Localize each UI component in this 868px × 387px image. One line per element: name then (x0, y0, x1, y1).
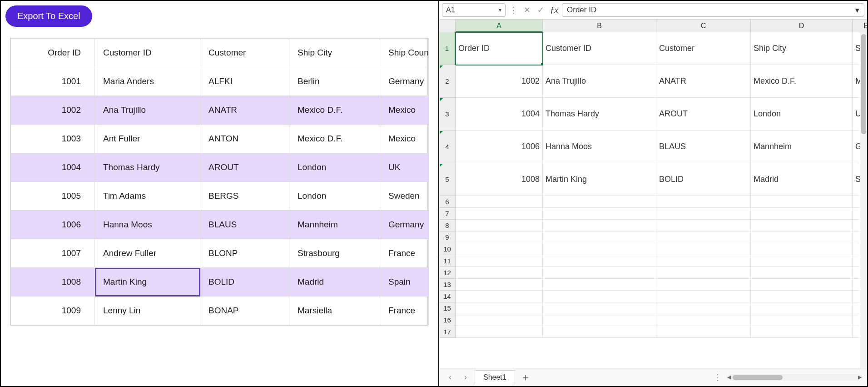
cell[interactable]: Sweden (380, 182, 429, 211)
cell[interactable]: UK (380, 153, 429, 182)
cell[interactable]: 1002 (456, 65, 543, 98)
scrollbar-thumb[interactable] (861, 34, 866, 134)
cell[interactable]: 1005 (11, 182, 95, 211)
cell[interactable]: ANTON (200, 125, 289, 153)
scroll-left-icon[interactable]: ◀ (727, 374, 731, 380)
table-row[interactable]: 1008Martin KingBOLIDMadridSpain (11, 268, 429, 297)
cell[interactable] (656, 231, 751, 243)
cell[interactable] (543, 314, 656, 326)
cell[interactable]: Mannheim (289, 211, 380, 239)
row-header[interactable]: 10 (439, 243, 456, 255)
cell[interactable] (656, 302, 751, 314)
cell[interactable]: Mexico D.F. (289, 96, 380, 125)
row-header[interactable]: 1 (439, 32, 456, 65)
cell[interactable] (751, 196, 853, 208)
column-header[interactable]: D (751, 20, 853, 32)
chevron-down-icon[interactable]: ▾ (855, 5, 859, 15)
cell[interactable]: Thomas Hardy (543, 98, 656, 131)
cell[interactable]: Tim Adams (95, 182, 200, 211)
row-header[interactable]: 6 (439, 196, 456, 208)
row-header[interactable]: 2 (439, 65, 456, 98)
cell[interactable]: AROUT (656, 98, 751, 131)
cell[interactable] (543, 326, 656, 338)
cell[interactable]: Marsiella (289, 297, 380, 325)
cell[interactable] (751, 302, 853, 314)
cell[interactable]: Andrew Fuller (95, 239, 200, 268)
cell[interactable]: Germany (380, 67, 429, 96)
table-row[interactable]: 1002Ana TrujilloANATRMexico D.F.Mexico (11, 96, 429, 125)
sheet-tab[interactable]: Sheet1 (475, 370, 515, 384)
horizontal-scrollbar[interactable]: ◀ ▶ (726, 374, 863, 381)
cell[interactable]: London (289, 153, 380, 182)
cell[interactable] (543, 220, 656, 231)
cell[interactable]: Mexico (380, 96, 429, 125)
select-all-corner[interactable] (439, 20, 456, 32)
cell[interactable]: Strasbourg (289, 239, 380, 268)
row-header[interactable]: 15 (439, 302, 456, 314)
row-header[interactable]: 9 (439, 231, 456, 243)
cell[interactable] (751, 208, 853, 220)
cell[interactable] (656, 243, 751, 255)
cell[interactable]: 1004 (456, 98, 543, 131)
column-header[interactable]: C (656, 20, 751, 32)
prev-sheet-icon[interactable]: ‹ (444, 372, 456, 382)
row-header[interactable]: 11 (439, 255, 456, 267)
cancel-icon[interactable]: ✕ (521, 5, 533, 15)
table-row[interactable]: 1001Maria AndersALFKIBerlinGermany (11, 67, 429, 96)
cell[interactable]: Spain (380, 268, 429, 297)
cell[interactable]: BOLID (656, 163, 751, 196)
cell[interactable] (456, 302, 543, 314)
cell[interactable]: Hanna Moos (95, 211, 200, 239)
cell[interactable]: 1003 (11, 125, 95, 153)
export-button[interactable]: Export To Excel (5, 5, 92, 27)
cell[interactable]: Martin King (95, 268, 200, 297)
cell[interactable] (656, 220, 751, 231)
cell[interactable]: Customer ID (543, 32, 656, 65)
row-header[interactable]: 4 (439, 131, 456, 163)
cell[interactable]: Madrid (289, 268, 380, 297)
row-header[interactable]: 17 (439, 326, 456, 338)
cell[interactable]: ANATR (656, 65, 751, 98)
cell[interactable]: 1004 (11, 153, 95, 182)
cell[interactable]: 1008 (456, 163, 543, 196)
cell[interactable]: 1007 (11, 239, 95, 268)
cell[interactable] (656, 208, 751, 220)
cell[interactable] (456, 326, 543, 338)
cell[interactable] (751, 279, 853, 291)
cell[interactable]: Madrid (751, 163, 853, 196)
cell[interactable] (656, 314, 751, 326)
cell[interactable]: France (380, 297, 429, 325)
next-sheet-icon[interactable]: › (459, 372, 472, 382)
cell[interactable]: London (751, 98, 853, 131)
cell[interactable]: Mexico (380, 125, 429, 153)
vertical-scrollbar[interactable] (860, 32, 867, 368)
cell[interactable] (543, 267, 656, 279)
cell[interactable] (656, 196, 751, 208)
cell[interactable] (543, 255, 656, 267)
cell[interactable] (456, 291, 543, 302)
cell[interactable]: Order ID (456, 32, 543, 65)
more-icon[interactable]: ⋮ (712, 372, 724, 382)
accept-icon[interactable]: ✓ (535, 5, 546, 15)
name-box[interactable]: A1 ▾ (442, 3, 506, 17)
cell[interactable] (751, 220, 853, 231)
cell[interactable]: London (289, 182, 380, 211)
cell[interactable]: Maria Anders (95, 67, 200, 96)
cell[interactable]: Martin King (543, 163, 656, 196)
row-header[interactable]: 16 (439, 314, 456, 326)
cell[interactable]: Thomas Hardy (95, 153, 200, 182)
cell[interactable]: BONAP (200, 297, 289, 325)
row-header[interactable]: 5 (439, 163, 456, 196)
cell[interactable]: 1006 (11, 211, 95, 239)
cell[interactable]: France (380, 239, 429, 268)
table-row[interactable]: 1007Andrew FullerBLONPStrasbourgFrance (11, 239, 429, 268)
cell[interactable] (751, 255, 853, 267)
cell[interactable] (751, 326, 853, 338)
scrollbar-thumb[interactable] (733, 375, 783, 380)
cell[interactable] (751, 291, 853, 302)
cell[interactable]: Ana Trujillo (543, 65, 656, 98)
cell[interactable] (751, 267, 853, 279)
add-sheet-icon[interactable]: ＋ (518, 371, 533, 384)
cell[interactable] (456, 208, 543, 220)
cell[interactable] (751, 243, 853, 255)
